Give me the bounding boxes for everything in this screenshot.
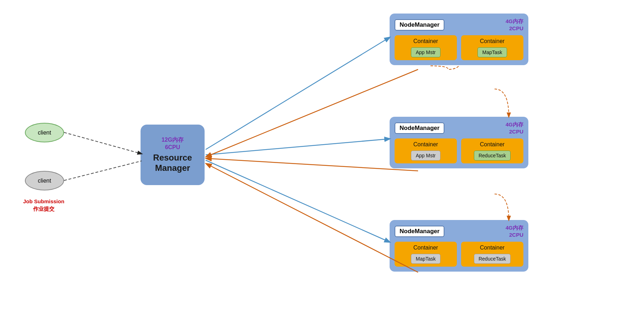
nm1-c1-label: Container xyxy=(413,38,438,44)
nm1-c2-label: Container xyxy=(480,38,505,44)
resource-manager-box: 12G内存6CPU ResourceManager xyxy=(141,125,205,185)
nm3-mem-cpu: 4G内存2CPU xyxy=(506,224,523,238)
nm2-to-nm3-dashed xyxy=(495,194,509,220)
nm2-title: NodeManager xyxy=(395,122,444,134)
nm1-internal-dashed xyxy=(431,66,459,69)
nm2-container2: Container ReduceTask xyxy=(461,138,523,163)
nm2-c1-task: App Mstr xyxy=(411,151,440,161)
nm1-appmstr-to-rm-arrow xyxy=(206,69,418,157)
node-manager-3: NodeManager 4G内存2CPU Container MapTask C… xyxy=(390,220,528,272)
nm3-container1: Container MapTask xyxy=(395,242,457,267)
nm3-c1-label: Container xyxy=(413,245,438,251)
nm1-to-nm2-dashed xyxy=(495,89,509,117)
rm-title: ResourceManager xyxy=(153,153,192,173)
nm1-container1: Container App Mstr xyxy=(395,35,457,60)
job-submission-line1: Job Submission xyxy=(23,198,64,205)
nm3-to-rm-arrow xyxy=(206,164,418,272)
client-gray-label: client xyxy=(38,178,51,184)
rm-to-nm3-arrow xyxy=(206,160,390,242)
rm-mem-cpu: 12G内存6CPU xyxy=(162,136,184,151)
nm3-c1-task: MapTask xyxy=(411,254,440,264)
arrows-overlay xyxy=(0,0,644,325)
nm1-c2-task: MapTask xyxy=(477,47,507,57)
nm1-title: NodeManager xyxy=(395,19,444,31)
client-green-label: client xyxy=(38,130,51,136)
diagram: client client Job Submission 作业提交 12G内存6… xyxy=(0,0,644,325)
nm2-mem-cpu: 4G内存2CPU xyxy=(506,121,523,135)
nm2-c1-label: Container xyxy=(413,141,438,148)
nm1-c1-task: App Mstr xyxy=(411,47,440,57)
nm2-c2-label: Container xyxy=(480,141,505,148)
job-submission-line2: 作业提交 xyxy=(23,205,64,213)
client-gray: client xyxy=(25,171,64,190)
nm1-container2: Container MapTask xyxy=(461,35,523,60)
job-submission-text: Job Submission 作业提交 xyxy=(23,198,64,213)
nm3-c2-label: Container xyxy=(480,245,505,251)
nm2-appmstr-to-rm-arrow xyxy=(206,158,418,171)
rm-to-nm2-arrow xyxy=(206,139,390,155)
client1-to-rm-arrow xyxy=(64,132,142,154)
node-manager-2: NodeManager 4G内存2CPU Container App Mstr … xyxy=(390,117,528,168)
node-manager-1: NodeManager 4G内存2CPU Container App Mstr … xyxy=(390,14,528,65)
rm-to-nm1-arrow xyxy=(206,37,390,150)
nm3-title: NodeManager xyxy=(395,226,444,237)
nm3-c2-task: ReduceTask xyxy=(474,254,511,264)
client2-to-rm-arrow xyxy=(64,161,142,180)
client-green: client xyxy=(25,123,64,142)
nm2-container1: Container App Mstr xyxy=(395,138,457,163)
nm3-container2: Container ReduceTask xyxy=(461,242,523,267)
nm2-c2-task: ReduceTask xyxy=(474,151,511,161)
nm1-mem-cpu: 4G内存2CPU xyxy=(506,18,523,32)
